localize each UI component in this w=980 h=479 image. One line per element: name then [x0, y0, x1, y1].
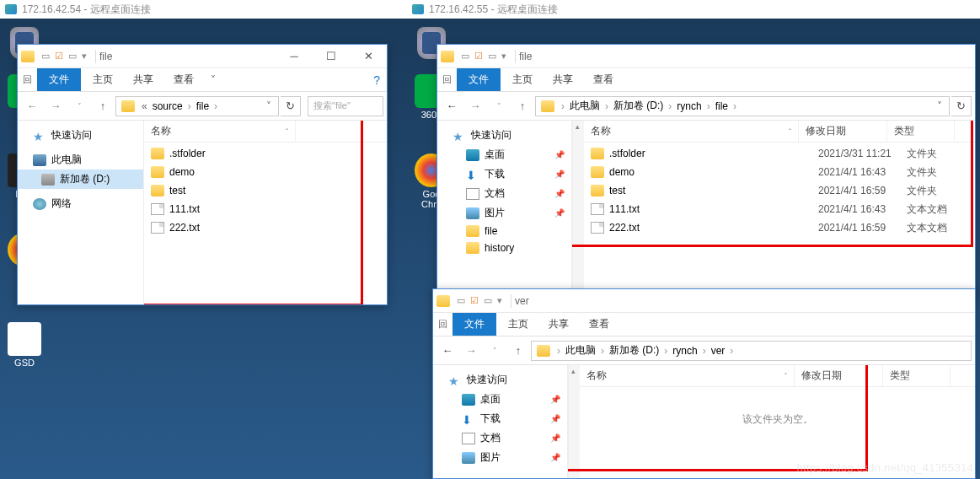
sidebar-pictures[interactable]: 图片📌 — [437, 203, 571, 223]
tab-file[interactable]: 文件 — [457, 68, 501, 91]
chevron-right-icon[interactable]: › — [726, 345, 736, 357]
chevron-right-icon[interactable]: › — [211, 100, 221, 112]
nav-up-icon[interactable]: ↑ — [92, 95, 114, 117]
qat-new-icon[interactable]: ▭ — [488, 51, 496, 62]
breadcrumb[interactable]: › 此电脑 › 新加卷 (D:) › rynch › file › ˅ — [535, 96, 950, 116]
file-row[interactable]: test — [144, 181, 387, 200]
chevron-right-icon[interactable]: › — [597, 345, 608, 357]
tab-view[interactable]: 查看 — [579, 313, 619, 336]
tab-view[interactable]: 查看 — [583, 68, 624, 91]
breadcrumb-item[interactable]: ver — [710, 345, 727, 357]
sidebar-this-pc[interactable]: 此电脑 — [18, 150, 143, 170]
window-titlebar[interactable]: ▭ ☑ ▭ ▾ file — [437, 45, 975, 68]
maximize-button[interactable]: ☐ — [313, 45, 350, 68]
tab-share[interactable]: 共享 — [543, 68, 583, 91]
chevron-right-icon[interactable]: › — [699, 345, 710, 357]
breadcrumb-dropdown-icon[interactable]: ˅ — [261, 100, 276, 112]
sidebar-desktop[interactable]: 桌面📌 — [433, 390, 567, 409]
file-row[interactable]: 222.txt — [144, 218, 387, 237]
qat-dropdown-icon[interactable]: ▾ — [497, 295, 502, 306]
qat-dropdown-icon[interactable]: ▾ — [82, 51, 87, 62]
qat-check-icon[interactable]: ☑ — [470, 295, 479, 306]
chevron-right-icon[interactable]: › — [661, 345, 671, 357]
breadcrumb-item[interactable]: source — [151, 100, 185, 112]
qat-dropdown-icon[interactable]: ▾ — [501, 51, 506, 62]
refresh-icon[interactable]: ↻ — [951, 96, 972, 116]
tab-home[interactable]: 主页 — [83, 68, 123, 91]
nav-forward-icon[interactable]: → — [460, 340, 482, 362]
window-titlebar[interactable]: ▭ ☑ ▭ ▾ file ─ ☐ ✕ — [18, 45, 387, 68]
sidebar-quick-access[interactable]: ★快速访问 — [437, 126, 571, 145]
chevron-right-icon[interactable]: › — [185, 100, 195, 112]
chevron-right-icon[interactable]: › — [704, 100, 714, 112]
scrollbar-vertical[interactable] — [572, 121, 584, 296]
minimize-button[interactable]: ─ — [276, 45, 313, 68]
breadcrumb-item[interactable]: file — [195, 100, 211, 112]
sidebar-quick-access[interactable]: ★快速访问 — [433, 370, 567, 390]
search-input[interactable]: 搜索"file" — [308, 96, 383, 116]
nav-back-icon[interactable]: ← — [21, 95, 43, 117]
file-row[interactable]: demo2021/4/1 16:43文件夹 — [584, 163, 975, 181]
ribbon-expand-icon[interactable]: ˅ — [204, 74, 222, 86]
window-titlebar[interactable]: ▭ ☑ ▭ ▾ ver — [433, 289, 975, 313]
nav-back-icon[interactable]: ← — [436, 340, 458, 362]
tab-file[interactable]: 文件 — [453, 313, 496, 336]
tab-home[interactable]: 主页 — [498, 313, 538, 336]
nav-back-icon[interactable]: ← — [441, 95, 463, 117]
column-date[interactable]: 修改日期 — [795, 365, 883, 386]
qat-new-icon[interactable]: ▭ — [484, 295, 492, 306]
breadcrumb[interactable]: « source › file › ˅ — [115, 96, 279, 116]
nav-history-icon[interactable]: ˅ — [484, 340, 506, 362]
sidebar-downloads[interactable]: ⬇下载📌 — [433, 409, 567, 428]
qat-props-icon[interactable]: ▭ — [41, 51, 50, 62]
sidebar-folder-history[interactable]: history — [437, 240, 571, 256]
file-row[interactable]: 111.txt2021/4/1 16:43文本文档 — [584, 200, 975, 218]
refresh-icon[interactable]: ↻ — [281, 96, 301, 116]
file-row[interactable]: test2021/4/1 16:59文件夹 — [584, 181, 975, 200]
nav-up-icon[interactable]: ↑ — [507, 340, 529, 362]
file-row[interactable]: .stfolder — [144, 144, 387, 163]
nav-history-icon[interactable]: ˅ — [488, 95, 510, 117]
breadcrumb-item[interactable]: 此电脑 — [568, 99, 602, 113]
breadcrumb-item[interactable]: 新加卷 (D:) — [612, 99, 665, 113]
tab-view[interactable]: 查看 — [163, 68, 204, 91]
chevron-right-icon[interactable]: › — [730, 100, 740, 112]
breadcrumb-item[interactable]: file — [714, 100, 730, 112]
tab-share[interactable]: 共享 — [538, 313, 579, 336]
qat-props-icon[interactable]: ▭ — [457, 295, 465, 306]
breadcrumb-item[interactable]: rynch — [671, 345, 699, 357]
nav-forward-icon[interactable]: → — [464, 95, 486, 117]
column-type[interactable]: 类型 — [883, 365, 951, 386]
column-type[interactable]: 类型 — [887, 121, 955, 142]
qat-check-icon[interactable]: ☑ — [55, 51, 63, 62]
sidebar-network[interactable]: 网络 — [18, 194, 143, 213]
qat-props-icon[interactable]: ▭ — [461, 51, 469, 62]
sidebar-desktop[interactable]: 桌面📌 — [437, 145, 571, 164]
file-row[interactable]: demo — [144, 163, 387, 181]
chevron-right-icon[interactable]: › — [665, 100, 675, 112]
file-row[interactable]: 222.txt2021/4/1 16:59文本文档 — [584, 218, 975, 237]
scrollbar-vertical[interactable] — [568, 365, 580, 478]
column-name[interactable]: 名称ˆ — [144, 121, 296, 142]
column-date[interactable]: 修改日期 — [799, 121, 887, 142]
column-name[interactable]: 名称ˆ — [580, 365, 795, 386]
nav-history-icon[interactable]: ˅ — [68, 95, 90, 117]
breadcrumb-item[interactable]: 此电脑 — [564, 343, 597, 358]
chevron-right-icon[interactable]: › — [602, 100, 612, 112]
nav-forward-icon[interactable]: → — [45, 95, 67, 117]
desktop-shortcut[interactable]: GSD — [3, 322, 46, 368]
file-row[interactable]: .stfolder2021/3/31 11:21文件夹 — [584, 144, 975, 163]
breadcrumb-dropdown-icon[interactable]: ˅ — [932, 100, 947, 112]
column-name[interactable]: 名称ˆ — [584, 121, 799, 142]
tab-file[interactable]: 文件 — [37, 68, 81, 91]
sidebar-folder-file[interactable]: file — [437, 223, 571, 240]
breadcrumb-item[interactable]: rynch — [675, 100, 703, 112]
breadcrumb-item[interactable]: 新加卷 (D:) — [608, 343, 661, 358]
tab-share[interactable]: 共享 — [123, 68, 163, 91]
qat-new-icon[interactable]: ▭ — [68, 51, 77, 62]
breadcrumb[interactable]: › 此电脑 › 新加卷 (D:) › rynch › ver › — [531, 341, 972, 361]
chevron-right-icon[interactable]: › — [558, 100, 568, 112]
sidebar-downloads[interactable]: ⬇下载📌 — [437, 164, 571, 184]
sidebar-pictures[interactable]: 图片📌 — [433, 448, 567, 467]
sidebar-documents[interactable]: 文档📌 — [437, 184, 571, 203]
